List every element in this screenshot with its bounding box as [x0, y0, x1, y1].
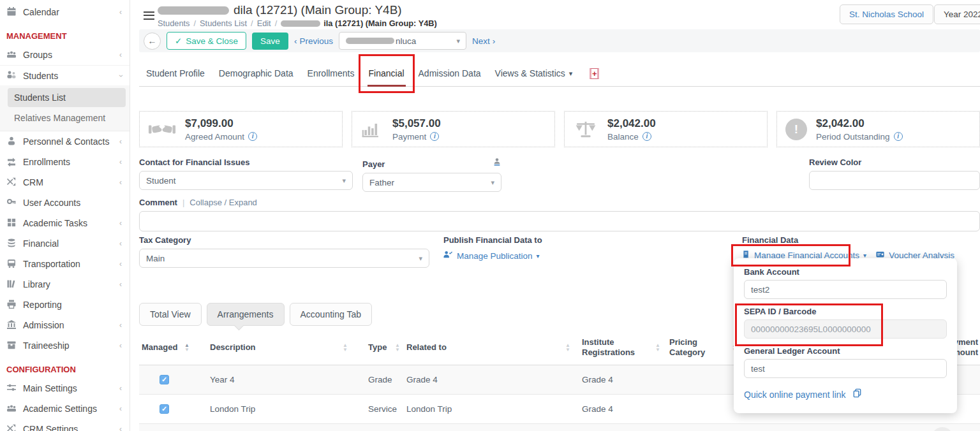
accounting-tab-button[interactable]: Accounting Tab — [290, 303, 372, 326]
info-icon[interactable]: i — [430, 132, 439, 141]
calendar-icon — [6, 6, 17, 18]
caret-down-icon: ▾ — [537, 252, 540, 259]
col-description: Description — [210, 342, 256, 353]
tab-financial[interactable]: Financial — [362, 61, 412, 86]
chevron-left-icon: ‹ — [119, 425, 122, 431]
sidebar-item-enrollments[interactable]: Enrollments ‹ — [0, 152, 130, 172]
chevron-left-icon: ‹ — [119, 50, 122, 59]
breadcrumb-separator — [275, 18, 278, 28]
previous-record-link[interactable]: ‹ Previous — [294, 36, 333, 46]
medical-record-icon[interactable]: + — [590, 68, 599, 79]
arrangements-button[interactable]: Arrangements — [207, 303, 285, 326]
manage-publication-label: Manage Publication — [457, 251, 533, 261]
next-record-link[interactable]: Next › — [472, 36, 495, 46]
tab-label: Views & Statistics — [495, 68, 565, 78]
sidebar-item-crm-settings[interactable]: CRM Settings ‹ — [0, 419, 130, 431]
school-selector-button[interactable]: St. Nicholas School — [840, 4, 933, 24]
tab-views-statistics[interactable]: Views & Statistics ▾ — [488, 61, 580, 86]
back-button[interactable]: ← — [144, 33, 161, 50]
total-view-button[interactable]: Total View — [139, 303, 202, 326]
period-outstanding-value: $2,042.00 — [816, 117, 903, 130]
redacted-student-name — [158, 6, 229, 15]
cell-institute: Grade 4 — [579, 404, 667, 414]
payer-selected-value: Father — [369, 178, 394, 187]
groups-icon — [6, 403, 17, 415]
chevron-left-icon: ‹ — [119, 157, 122, 166]
manage-publication-link[interactable]: Manage Publication ▾ — [443, 250, 540, 261]
sidebar-label: User Accounts — [23, 198, 80, 208]
sidebar-item-traineeship[interactable]: Traineeship ‹ — [0, 335, 130, 356]
financial-form-row: Contact for Financial Issues Student Pay… — [139, 157, 980, 192]
breadcrumb-students[interactable]: Students — [158, 18, 190, 28]
breadcrumb-current: ila (12721) (Main Group: Y4B) — [281, 18, 437, 28]
save-and-close-button[interactable]: ✓ Save & Close — [167, 32, 246, 50]
bus-icon — [6, 258, 17, 270]
sidebar-item-admission[interactable]: Admission ‹ — [0, 315, 130, 335]
col-type: Type — [368, 342, 387, 353]
student-record-selector[interactable]: nluca — [339, 32, 466, 50]
sort-icon[interactable] — [184, 344, 189, 352]
managed-checkbox-checked[interactable] — [160, 375, 169, 384]
general-ledger-account-input[interactable]: test — [744, 359, 947, 378]
payment-label: Payment — [392, 132, 426, 142]
sidebar-item-transportation[interactable]: Transportation ‹ — [0, 254, 130, 274]
sidebar-item-main-settings[interactable]: Main Settings ‹ — [0, 378, 130, 398]
balance-scale-icon — [573, 121, 598, 138]
sort-icon[interactable] — [565, 344, 570, 352]
sort-icon[interactable] — [395, 344, 400, 352]
payer-action-icon[interactable] — [493, 157, 501, 169]
info-icon[interactable]: i — [894, 132, 903, 141]
tab-label: Student Profile — [146, 68, 205, 78]
sort-icon[interactable] — [343, 344, 348, 352]
sidebar-item-financial[interactable]: Financial ‹ — [0, 233, 130, 254]
sort-icon[interactable] — [655, 344, 660, 352]
year-selector-button[interactable]: Year 2022 - — [934, 4, 980, 24]
breadcrumb-separator — [194, 18, 197, 28]
sidebar-item-library[interactable]: Library ‹ — [0, 274, 130, 295]
quick-online-payment-link[interactable]: Quick online payment link — [744, 390, 846, 400]
sidebar-item-students-list[interactable]: Students List — [8, 88, 126, 107]
breadcrumb-edit[interactable]: Edit — [257, 18, 271, 28]
sidebar-item-relatives-management[interactable]: Relatives Management — [0, 108, 130, 128]
bank-account-input[interactable]: test2 — [744, 280, 947, 299]
tab-admission-data[interactable]: Admission Data — [412, 61, 488, 86]
comment-block: Comment | Collapse / Expand — [139, 198, 980, 231]
payer-select[interactable]: Father — [362, 173, 501, 192]
contact-financial-issues-select[interactable]: Student — [139, 171, 353, 190]
sidebar-item-groups[interactable]: Groups ‹ — [0, 45, 130, 65]
students-submenu: Students List Relatives Management — [0, 85, 130, 131]
sidebar-item-crm[interactable]: CRM ‹ — [0, 172, 130, 193]
tab-enrollments[interactable]: Enrollments — [301, 61, 362, 86]
chevron-left-icon: ‹ — [119, 259, 122, 268]
sliders-icon — [6, 383, 17, 395]
shuffle-icon — [6, 423, 17, 431]
sidebar-item-academic-tasks[interactable]: Academic Tasks ‹ — [0, 213, 130, 233]
sidebar-item-calendar[interactable]: Calendar ‹ — [0, 2, 130, 22]
save-button[interactable]: Save — [252, 33, 288, 50]
breadcrumb-students-list[interactable]: Students List — [200, 18, 247, 28]
comment-collapse-expand-link[interactable]: Collapse / Expand — [189, 198, 257, 207]
info-icon[interactable]: i — [248, 132, 257, 141]
chevron-left-icon: ‹ — [119, 239, 122, 248]
copy-icon[interactable] — [852, 388, 862, 400]
sidebar-label: Calendar — [23, 7, 59, 17]
chevron-left-icon: ‹ — [119, 137, 122, 146]
sidebar-item-personnel-contacts[interactable]: Personnel & Contacts ‹ — [0, 131, 130, 152]
tab-demographic-data[interactable]: Demographic Data — [212, 61, 301, 86]
hamburger-menu-icon[interactable] — [144, 11, 154, 20]
sidebar-item-user-accounts[interactable]: User Accounts — [0, 193, 130, 213]
tax-category-select[interactable]: Main — [139, 249, 429, 268]
sidebar-label: CRM Settings — [23, 424, 78, 431]
sidebar-item-students[interactable]: Students ‹ — [0, 65, 130, 85]
sidebar-item-reporting[interactable]: Reporting — [0, 295, 130, 315]
sidebar-label: Relatives Management — [14, 113, 105, 123]
sidebar-item-academic-settings[interactable]: Academic Settings ‹ — [0, 398, 130, 419]
tab-student-profile[interactable]: Student Profile — [139, 61, 212, 86]
comment-input[interactable] — [139, 211, 980, 231]
review-color-input[interactable] — [809, 171, 980, 190]
managed-checkbox-checked[interactable] — [160, 404, 169, 414]
edit-row-button[interactable] — [932, 427, 953, 431]
tax-selected-value: Main — [146, 254, 165, 263]
info-icon[interactable]: i — [642, 132, 651, 141]
sepa-id-barcode-input[interactable]: 00000000023695L0000000000 — [744, 319, 947, 339]
